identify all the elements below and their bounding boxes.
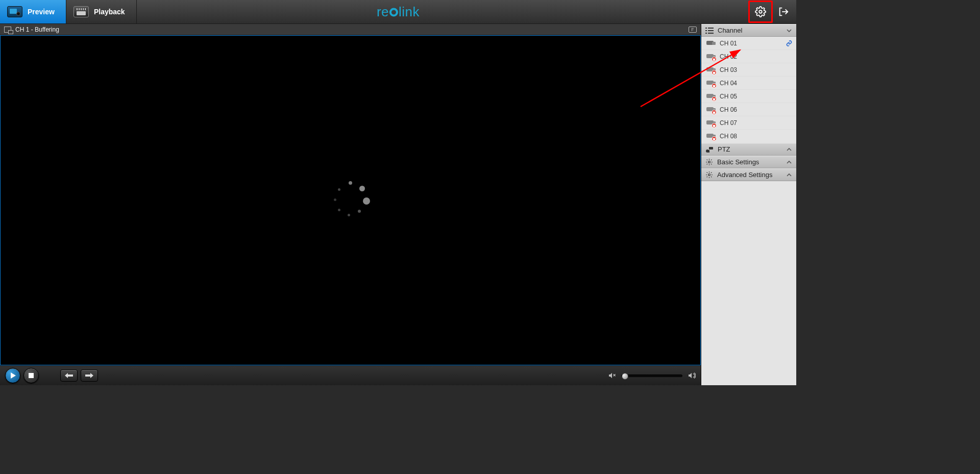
prev-button[interactable] [60, 369, 78, 382]
camera-icon [705, 93, 716, 100]
volume-thumb[interactable] [622, 373, 628, 380]
next-button[interactable] [81, 369, 98, 382]
camera-icon [705, 53, 716, 60]
video-status-bar: CH 1 - Buffering F [0, 24, 701, 35]
ptz-icon [705, 146, 714, 153]
status-text: CH 1 - Buffering [15, 26, 59, 33]
speaker-icon[interactable] [688, 371, 696, 380]
main: CH 1 - Buffering F [0, 24, 796, 385]
channel-row[interactable]: CH 06 [701, 103, 796, 116]
svg-rect-6 [705, 33, 707, 34]
multiview-icon [4, 27, 11, 33]
chevron-up-icon [786, 159, 792, 165]
stop-icon [29, 373, 34, 378]
overlay-toggle-icon[interactable]: F [689, 27, 697, 33]
svg-rect-12 [708, 150, 709, 153]
video-viewport[interactable] [0, 35, 701, 365]
sidebar: Channel CH 01CH 02CH 03CH 04CH 05CH 06CH… [701, 24, 796, 385]
channel-label: CH 06 [720, 106, 737, 113]
volume-group [608, 371, 696, 380]
stop-button[interactable] [23, 368, 39, 383]
basic-settings-panel-header[interactable]: Basic Settings [701, 156, 796, 168]
brand-logo: relink [377, 4, 420, 20]
camera-icon [705, 66, 716, 73]
camera-icon [705, 40, 716, 47]
camera-icon [705, 119, 716, 127]
channel-row[interactable]: CH 05 [701, 90, 796, 103]
svg-point-13 [708, 161, 710, 163]
camera-icon [705, 80, 716, 87]
preview-icon [7, 6, 22, 17]
channel-label: CH 04 [720, 80, 737, 87]
advanced-header-label: Advanced Settings [717, 171, 772, 179]
channel-row[interactable]: CH 08 [701, 130, 796, 143]
svg-point-0 [759, 10, 762, 13]
svg-rect-7 [708, 28, 714, 29]
channel-row[interactable]: CH 07 [701, 116, 796, 130]
camera-icon [705, 106, 716, 113]
viewer-column: CH 1 - Buffering F [0, 24, 701, 385]
svg-rect-5 [705, 30, 707, 31]
advanced-settings-panel-header[interactable]: Advanced Settings [701, 168, 796, 181]
channel-row[interactable]: CH 03 [701, 63, 796, 77]
channel-label: CH 08 [720, 133, 737, 140]
chevron-up-icon [786, 172, 792, 178]
channel-header-label: Channel [718, 27, 742, 34]
tab-playback-label: Playback [94, 8, 125, 16]
camera-icon [705, 133, 716, 140]
svg-rect-8 [708, 30, 714, 31]
logout-icon [778, 6, 789, 17]
settings-button[interactable] [752, 3, 769, 20]
brand-ring-icon [389, 8, 398, 17]
channel-label: CH 05 [720, 93, 737, 100]
volume-slider[interactable] [621, 375, 682, 377]
play-button[interactable] [5, 368, 20, 383]
list-icon [705, 28, 714, 34]
tab-preview[interactable]: Preview [0, 0, 66, 23]
svg-rect-11 [709, 147, 713, 149]
ptz-panel-header[interactable]: PTZ [701, 143, 796, 156]
logout-button[interactable] [775, 3, 792, 20]
arrow-right-icon [85, 373, 93, 378]
svg-rect-9 [708, 33, 714, 34]
tab-preview-label: Preview [28, 8, 55, 16]
loading-spinner-icon [330, 180, 371, 221]
playback-icon [74, 6, 89, 17]
gear-icon [755, 6, 766, 17]
play-icon [11, 372, 16, 379]
mute-icon[interactable] [608, 371, 616, 380]
chevron-up-icon [786, 146, 792, 153]
channel-label: CH 01 [720, 40, 737, 47]
channel-row[interactable]: CH 01 [701, 37, 796, 50]
channel-label: CH 03 [720, 66, 737, 73]
topbar: Preview Playback relink [0, 0, 796, 24]
gear-small-icon [705, 158, 713, 166]
channel-label: CH 07 [720, 119, 737, 127]
link-icon [786, 40, 792, 46]
chevron-down-icon [786, 28, 792, 34]
channel-row[interactable]: CH 02 [701, 50, 796, 63]
settings-highlight [748, 1, 773, 23]
playback-controls [0, 365, 701, 385]
channel-list: CH 01CH 02CH 03CH 04CH 05CH 06CH 07CH 08 [701, 37, 796, 143]
channel-label: CH 02 [720, 53, 737, 60]
svg-rect-4 [705, 28, 707, 29]
topbar-right [748, 0, 796, 23]
channel-panel-header[interactable]: Channel [701, 24, 796, 37]
arrow-left-icon [65, 373, 73, 378]
basic-header-label: Basic Settings [717, 158, 759, 166]
channel-row[interactable]: CH 04 [701, 77, 796, 90]
ptz-header-label: PTZ [718, 145, 730, 153]
svg-point-14 [708, 174, 710, 176]
tab-playback[interactable]: Playback [66, 0, 137, 23]
gear-small-icon [705, 171, 713, 179]
sidebar-fill [701, 181, 796, 385]
